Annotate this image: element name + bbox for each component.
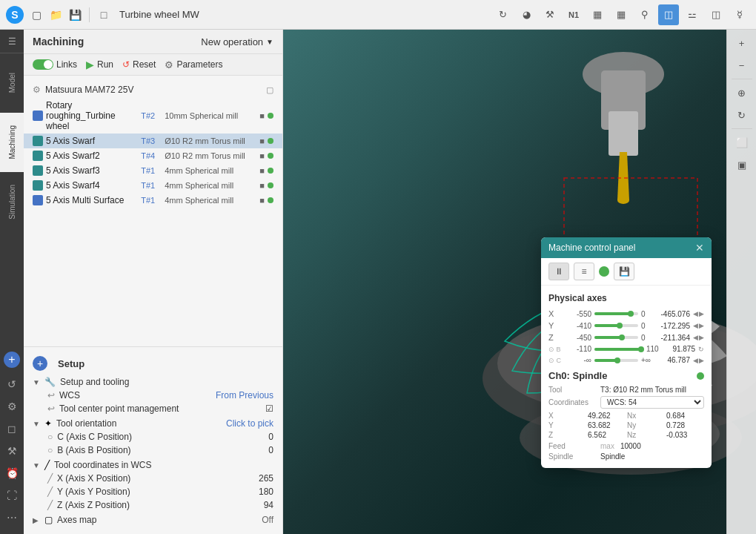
axis-x-slider[interactable] bbox=[594, 312, 638, 315]
svg-marker-3 bbox=[617, 152, 629, 200]
check-icon: ■ bbox=[259, 181, 265, 190]
tree-item-axes-map[interactable]: ▶ ▢ Axes map Off bbox=[33, 513, 273, 527]
table-row[interactable]: 5 Axis Swarf4 T#1 4mm Spherical mill ■ bbox=[24, 178, 282, 193]
orientation-icon: ✦ bbox=[44, 418, 52, 429]
axis-right-arrow[interactable]: ▶ bbox=[699, 357, 704, 364]
check-icon: ■ bbox=[259, 196, 265, 205]
zoom-out-icon[interactable]: − bbox=[730, 55, 754, 76]
axis-c-slider[interactable] bbox=[594, 359, 638, 362]
spindle-status-dot bbox=[697, 372, 704, 380]
axis-left-arrow[interactable]: ◀ bbox=[693, 334, 698, 341]
zoom-in-icon[interactable]: + bbox=[730, 33, 754, 53]
coordinates-select[interactable]: WCS: 54 bbox=[600, 396, 704, 409]
mcp-close-button[interactable]: ✕ bbox=[695, 242, 704, 254]
layers-icon[interactable]: ◻ bbox=[0, 418, 24, 439]
wcs-value[interactable]: From Previous bbox=[216, 390, 273, 400]
tcp-icon: ↩ bbox=[47, 403, 55, 414]
grid-icon[interactable]: ▦ bbox=[611, 4, 631, 25]
refresh-icon[interactable]: ↻ bbox=[492, 4, 513, 25]
table-row[interactable]: Rotary roughing_Turbine wheel T#2 10mm S… bbox=[24, 98, 282, 134]
search-icon[interactable]: ⚲ bbox=[634, 4, 655, 25]
axis-left-arrow[interactable]: ◀ bbox=[693, 322, 698, 329]
tree-item-coordinates[interactable]: ▼ ╱ Tool coordinates in WCS bbox=[33, 458, 273, 472]
op-icon-swarf2 bbox=[33, 151, 43, 161]
feed-value: 10000 bbox=[620, 442, 641, 450]
tree-section-setup: ▼ 🔧 Setup and tooling ↩ WCS From Previou… bbox=[33, 375, 273, 415]
axis-right-arrow[interactable]: ▶ bbox=[699, 322, 704, 329]
expand-icon[interactable]: ▼ bbox=[33, 378, 40, 386]
axis-cw-arrow[interactable]: ↻ bbox=[698, 346, 704, 353]
parameters-button[interactable]: ⚙ Parameters bbox=[165, 59, 222, 70]
dots-icon[interactable]: ⋯ bbox=[0, 507, 24, 528]
spindle-row: Spindle Spindle bbox=[548, 452, 704, 461]
titlebar-right-icons: ↻ ◕ ⚒ N1 ▦ ▦ ⚲ ◫ ⚍ ◫ ☿ bbox=[492, 4, 750, 25]
reset-button[interactable]: ↺ Reset bbox=[122, 59, 156, 70]
save-icon[interactable]: 💾 bbox=[67, 7, 83, 23]
mcp-toolbar: ⏸ ≡ 💾 bbox=[541, 258, 712, 286]
fit-icon[interactable]: ⬜ bbox=[730, 132, 754, 153]
axis-right-arrow[interactable]: ▶ bbox=[699, 334, 704, 341]
machine-icon: ⚙ bbox=[33, 85, 41, 95]
view-front-icon[interactable]: ▣ bbox=[730, 154, 754, 175]
wave-icon[interactable]: ⚍ bbox=[682, 4, 703, 25]
tree-item-x-pos: ╱ X (Axis X Position) 265 bbox=[47, 472, 273, 485]
sidebar-tab-machining[interactable]: Machining bbox=[0, 113, 24, 172]
table-row[interactable]: 5 Axis Swarf2 T#4 Ø10 R2 mm Torus mill ■ bbox=[24, 148, 282, 163]
table-row[interactable]: 5 Axis Multi Surface T#1 4mm Spherical m… bbox=[24, 193, 282, 208]
pause-button[interactable]: ⏸ bbox=[548, 263, 569, 280]
click-to-pick-link[interactable]: Click to pick bbox=[226, 418, 273, 429]
axis-y-slider[interactable] bbox=[594, 324, 638, 327]
chart-icon[interactable]: ▦ bbox=[587, 4, 608, 25]
table-row[interactable]: 5 Axis Swarf T#3 Ø10 R2 mm Torus mill ■ bbox=[24, 134, 282, 148]
tree-item-wcs: ↩ WCS From Previous bbox=[47, 389, 273, 402]
cursor-icon[interactable]: ↺ bbox=[0, 374, 24, 395]
op-icon-swarf bbox=[33, 136, 43, 146]
tools-icon[interactable]: ⚒ bbox=[540, 4, 560, 25]
add-icon[interactable]: + bbox=[4, 352, 20, 368]
settings-button[interactable]: ≡ bbox=[574, 263, 594, 280]
map-icon[interactable]: ⛶ bbox=[0, 485, 24, 506]
status-dot bbox=[268, 168, 273, 174]
window-icon[interactable]: □ bbox=[96, 7, 112, 23]
add-button[interactable]: + bbox=[33, 356, 47, 371]
axis-row-z: Z -450 0 -211.364 ◀▶ bbox=[548, 333, 704, 342]
view3d-icon[interactable]: ◕ bbox=[516, 4, 537, 25]
save-button[interactable]: 💾 bbox=[614, 263, 634, 280]
axes-map-value: Off bbox=[262, 515, 273, 525]
status-dot bbox=[268, 138, 273, 144]
open-folder-icon[interactable]: 📁 bbox=[47, 7, 64, 23]
expand-icon[interactable]: ▼ bbox=[33, 461, 40, 469]
display-icon[interactable]: ◫ bbox=[658, 4, 679, 25]
expand-icon[interactable]: ▼ bbox=[33, 420, 40, 428]
rotate-icon[interactable]: ↻ bbox=[730, 105, 754, 125]
links-toggle[interactable]: Links bbox=[33, 59, 77, 70]
n1-icon[interactable]: N1 bbox=[563, 4, 584, 25]
sidebar-tab-model[interactable]: Model bbox=[0, 53, 24, 113]
tcp-check[interactable]: ☑ bbox=[265, 403, 273, 414]
pan-icon[interactable]: ⊕ bbox=[730, 82, 754, 103]
expand-icon[interactable]: ▶ bbox=[33, 516, 40, 524]
x-icon: ╱ bbox=[47, 473, 53, 484]
clock-icon[interactable]: ⏰ bbox=[0, 463, 24, 484]
new-file-icon[interactable]: ▢ bbox=[28, 7, 44, 23]
app-logo[interactable]: S bbox=[6, 6, 24, 24]
new-operation-button[interactable]: New operation ▼ bbox=[201, 36, 273, 47]
tree-item-setup-tooling[interactable]: ▼ 🔧 Setup and tooling bbox=[33, 375, 273, 389]
globe-icon[interactable]: ☿ bbox=[729, 4, 750, 25]
setup-tree: ▼ 🔧 Setup and tooling ↩ WCS From Previou… bbox=[24, 375, 282, 527]
axis-left-arrow[interactable]: ◀ bbox=[693, 357, 698, 364]
axis-b-slider[interactable] bbox=[594, 348, 643, 351]
settings-icon[interactable]: ⚙ bbox=[0, 396, 24, 417]
run-button[interactable]: ▶ Run bbox=[86, 59, 113, 70]
tool-icon[interactable]: ⚒ bbox=[0, 441, 24, 461]
left-sidebar: ☰ Model Machining Simulation + ↺ ⚙ ◻ ⚒ ⏰… bbox=[0, 30, 24, 534]
sidebar-tab-simulation[interactable]: Simulation bbox=[0, 172, 24, 231]
screen-icon[interactable]: ◫ bbox=[706, 4, 726, 25]
toggle-switch[interactable] bbox=[33, 59, 53, 70]
axis-right-arrow[interactable]: ▶ bbox=[699, 310, 704, 317]
axis-z-slider[interactable] bbox=[594, 336, 638, 339]
table-row[interactable]: 5 Axis Swarf3 T#1 4mm Spherical mill ■ bbox=[24, 163, 282, 178]
hamburger-menu[interactable]: ☰ bbox=[0, 30, 24, 53]
tree-item-orientation[interactable]: ▼ ✦ Tool orientation Click to pick bbox=[33, 417, 273, 430]
axis-left-arrow[interactable]: ◀ bbox=[693, 310, 698, 317]
